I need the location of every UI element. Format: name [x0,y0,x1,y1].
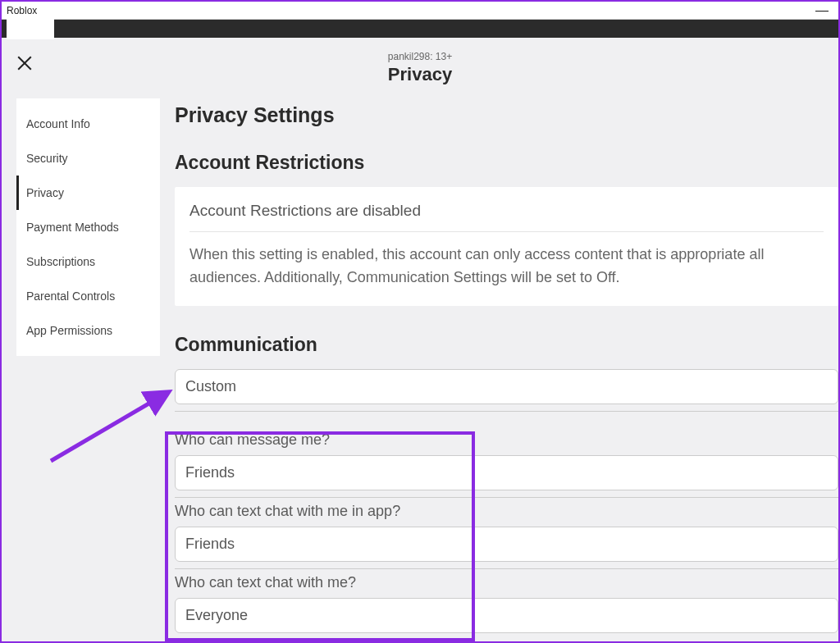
select-value: Custom [185,378,236,394]
restrictions-heading: Account Restrictions [175,152,838,174]
sidebar-item-label: Account Info [26,117,90,130]
who-can-chat-select[interactable]: Everyone [175,598,838,633]
sidebar-item-label: Subscriptions [26,255,95,268]
sidebar-item-label: App Permissions [26,324,112,337]
window-minimize-button[interactable]: — [810,7,833,15]
sidebar-item-label: Security [26,152,68,165]
who-can-chat-app-select[interactable]: Friends [175,527,838,562]
question-label: Who can text chat with me in app? [175,503,838,520]
select-value: Friends [185,536,235,552]
sidebar-item-label: Privacy [26,186,64,199]
sidebar-item-privacy[interactable]: Privacy [16,176,160,210]
sidebar-item-security[interactable]: Security [16,141,160,176]
who-can-message-select[interactable]: Friends [175,455,838,490]
question-label: Who can message me? [175,431,838,449]
communication-mode-select[interactable]: Custom [175,369,838,404]
select-value: Friends [185,464,235,481]
restrictions-status: Account Restrictions are disabled [189,202,824,220]
sidebar-item-payment-methods[interactable]: Payment Methods [16,210,160,244]
content-area: Privacy Settings Account Restrictions Ac… [160,98,838,640]
page-title: Privacy [2,64,838,85]
restrictions-card: Account Restrictions are disabled When t… [175,187,838,306]
restrictions-description: When this setting is enabled, this accou… [189,244,824,290]
divider [175,497,838,498]
divider [175,411,838,412]
communication-heading: Communication [175,334,838,356]
divider [175,568,838,569]
window-titlebar: Roblox — [2,2,838,20]
sidebar-item-account-info[interactable]: Account Info [16,107,160,141]
page-header: pankil298: 13+ Privacy [2,38,838,92]
app-topbar [2,20,838,38]
question-label: Who can text chat with me? [175,574,838,591]
sidebar-item-label: Payment Methods [26,221,119,234]
settings-sidebar: Account Info Security Privacy Payment Me… [16,98,160,356]
close-icon[interactable] [15,54,34,74]
sidebar-item-app-permissions[interactable]: App Permissions [16,313,160,348]
window-title: Roblox [7,5,37,16]
content-title: Privacy Settings [175,103,838,127]
user-age-label: pankil298: 13+ [2,51,838,62]
sidebar-item-label: Parental Controls [26,290,115,303]
sidebar-item-subscriptions[interactable]: Subscriptions [16,244,160,279]
select-value: Everyone [185,607,248,623]
sidebar-item-parental-controls[interactable]: Parental Controls [16,279,160,313]
divider [189,231,824,232]
